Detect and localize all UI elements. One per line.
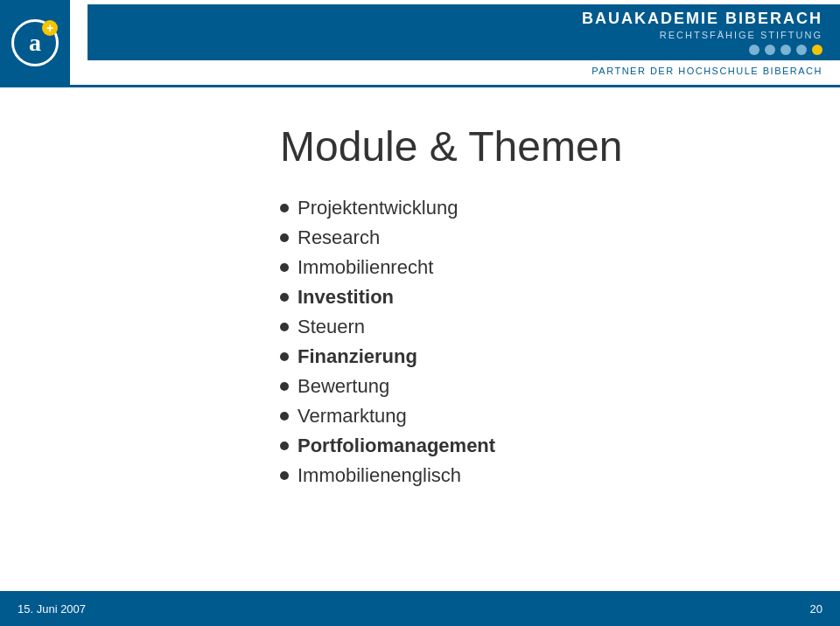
bullet-item: Immobilienrecht [280,256,788,279]
partner-text: PARTNER DER HOCHSCHULE BIBERACH [592,66,822,76]
bullet-item: Projektentwicklung [280,197,788,219]
bullet-text: Vermarktung [298,405,407,428]
bullet-text: Portfoliomanagement [298,435,495,457]
bullet-text: Immobilienrecht [298,256,433,279]
bullet-item: Investition [280,286,788,309]
bullet-item: Vermarktung [280,405,788,428]
dot-2 [765,45,775,55]
bullet-dot-icon [280,382,289,391]
bullet-dot-icon [280,471,289,480]
bullet-item: Research [280,226,788,249]
brand-name: BAUAKADEMIE BIBERACH [582,10,822,28]
bullet-text: Research [298,226,380,249]
bullet-item: Finanzierung [280,345,788,368]
slide-title: Module & Themen [280,122,788,170]
bullet-dot-icon [280,352,289,361]
header-bottom-section: PARTNER DER HOCHSCHULE BIBERACH [88,60,840,81]
bullet-list: ProjektentwicklungResearchImmobilienrech… [280,197,788,494]
footer: 15. Juni 2007 20 [0,591,840,626]
bullet-text: Bewertung [298,375,389,398]
bullet-text: Steuern [298,316,365,338]
header-subtitle: RECHTSFÄHIGE STIFTUNG [660,30,822,40]
dot-1 [749,45,760,55]
bullet-text: Finanzierung [298,345,417,368]
bullet-dot-icon [280,263,289,272]
bullet-item: Portfoliomanagement [280,435,788,457]
dot-3 [780,45,791,55]
bullet-item: Bewertung [280,375,788,398]
bullet-item: Steuern [280,316,788,338]
logo-plus-icon: + [42,20,58,36]
bullet-dot-icon [280,204,289,212]
bullet-dot-icon [280,412,289,421]
dot-4 [796,45,807,55]
bullet-text: Investition [298,286,394,309]
dot-5-active [812,45,822,55]
header: a + BAUAKADEMIE BIBERACH RECHTSFÄHIGE ST… [0,0,840,87]
bullet-text: Immobilienenglisch [298,464,461,487]
header-blue-block: a + [0,0,70,85]
bullet-item: Immobilienenglisch [280,464,788,487]
bullet-dot-icon [280,233,289,242]
header-dots [749,45,822,55]
logo-letter: a [29,31,41,55]
main-content: Module & Themen ProjektentwicklungResear… [0,87,840,591]
bullet-dot-icon [280,442,289,450]
bullet-text: Projektentwicklung [298,197,458,219]
bullet-dot-icon [280,293,289,302]
footer-page-number: 20 [810,602,822,616]
header-right: BAUAKADEMIE BIBERACH RECHTSFÄHIGE STIFTU… [70,0,840,85]
logo: a + [11,19,59,66]
footer-date: 15. Juni 2007 [18,602,86,616]
bullet-dot-icon [280,323,289,331]
header-top-section: BAUAKADEMIE BIBERACH RECHTSFÄHIGE STIFTU… [88,4,840,60]
